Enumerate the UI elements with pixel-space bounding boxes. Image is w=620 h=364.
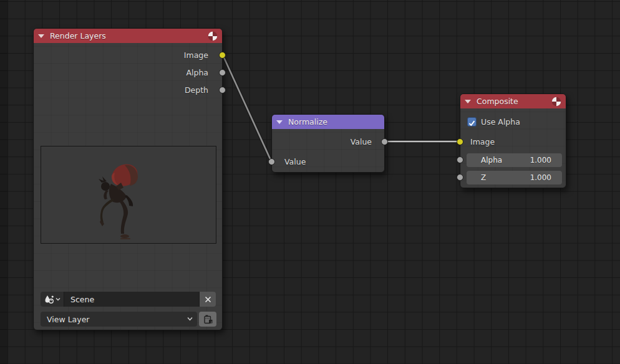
socket-output-depth[interactable] [219, 87, 226, 93]
output-label-depth: Depth [146, 85, 208, 95]
node-editor-canvas[interactable]: Render Layers Image Alpha Depth [0, 0, 620, 364]
scene-datablock-button[interactable] [41, 292, 64, 307]
z-value-field[interactable]: Z 1.000 [467, 171, 562, 184]
output-label-value: Value [322, 137, 372, 147]
scene-name: Scene [70, 295, 94, 304]
view-layer-value: View Layer [47, 315, 90, 324]
render-preview-image [41, 146, 216, 244]
chevron-down-icon [187, 317, 193, 321]
input-label-value: Value [284, 157, 306, 167]
render-preview-figure [41, 146, 216, 243]
node-normalize[interactable]: Normalize Value Value [271, 114, 385, 173]
socket-output-value[interactable] [381, 138, 388, 145]
render-layers-header[interactable]: Render Layers [34, 29, 222, 43]
node-render-layers[interactable]: Render Layers Image Alpha Depth [33, 28, 223, 330]
view-layer-row: View Layer [41, 312, 216, 327]
input-label-image: Image [470, 137, 495, 147]
socket-output-alpha[interactable] [219, 69, 226, 76]
output-label-image: Image [146, 50, 208, 60]
scene-name-field[interactable]: Scene [64, 292, 200, 307]
render-result-sphere-icon [551, 97, 561, 107]
composite-header[interactable]: Composite [460, 94, 566, 108]
chevron-down-icon [56, 297, 61, 301]
render-layers-icon [203, 314, 213, 325]
node-composite[interactable]: Composite Use Alpha Image Alpha 1.000 Z [460, 93, 566, 188]
scene-selector-row: Scene [41, 292, 216, 307]
link-image-to-normalize [223, 55, 271, 161]
alpha-field-label: Alpha [467, 156, 502, 165]
checkmark-icon [468, 119, 476, 127]
node-title: Normalize [288, 117, 327, 127]
render-result-sphere-icon [208, 31, 218, 41]
collapse-icon[interactable] [38, 34, 44, 38]
normalize-header[interactable]: Normalize [272, 115, 384, 129]
use-alpha-checkbox[interactable] [467, 117, 477, 127]
close-icon [205, 296, 211, 303]
use-alpha-label: Use Alpha [481, 117, 520, 127]
scene-unlink-button[interactable] [200, 292, 216, 307]
view-layer-sync-button[interactable] [199, 312, 216, 327]
socket-input-value[interactable] [268, 158, 275, 165]
socket-input-alpha[interactable] [457, 156, 463, 163]
view-layer-dropdown[interactable]: View Layer [41, 312, 197, 327]
alpha-value-field[interactable]: Alpha 1.000 [467, 153, 562, 167]
alpha-field-value: 1.000 [530, 156, 562, 165]
z-field-label: Z [467, 173, 486, 182]
collapse-icon[interactable] [276, 120, 283, 124]
socket-input-z[interactable] [457, 174, 463, 181]
output-label-alpha: Alpha [146, 68, 208, 78]
socket-input-image[interactable] [457, 138, 463, 145]
socket-output-image[interactable] [219, 52, 226, 59]
z-field-value: 1.000 [530, 173, 562, 182]
node-title: Composite [477, 97, 518, 106]
scene-icon [44, 295, 54, 304]
node-title: Render Layers [50, 31, 106, 41]
collapse-icon[interactable] [465, 100, 471, 103]
